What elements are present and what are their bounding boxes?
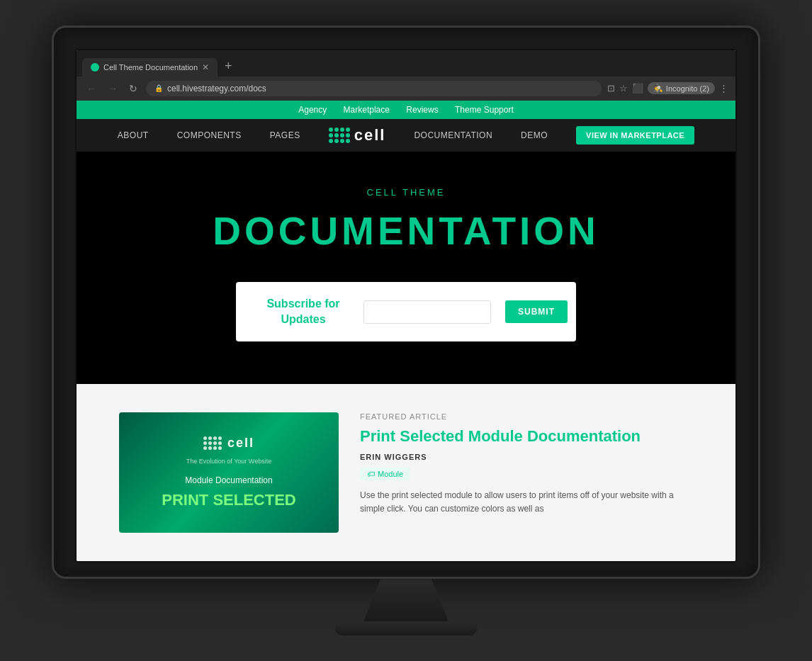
topbar-agency-link[interactable]: Agency <box>298 105 327 115</box>
article-image-logo: cell <box>203 436 254 451</box>
browser-chrome: Cell Theme Documentation ✕ + ← → ↻ 🔒 cel… <box>77 50 735 101</box>
tag-icon: 🏷 <box>367 470 375 478</box>
img-dot-2 <box>208 436 212 440</box>
logo-dot-7 <box>340 133 344 137</box>
active-tab[interactable]: Cell Theme Documentation ✕ <box>82 58 218 77</box>
subscribe-label: Subscribe for Updates <box>257 296 349 328</box>
site-nav: ABOUT COMPONENTS PAGES <box>77 119 735 152</box>
logo-dot-8 <box>346 133 350 137</box>
article-tag: 🏷 Module <box>360 468 410 480</box>
article-image-subtitle: Module Documentation <box>185 475 272 485</box>
incognito-icon: 🕵 <box>653 84 663 93</box>
browser-tabs: Cell Theme Documentation ✕ + <box>77 50 735 77</box>
logo-dot-9 <box>329 139 333 143</box>
monitor-wrapper: Cell Theme Documentation ✕ + ← → ↻ 🔒 cel… <box>52 26 760 636</box>
refresh-button[interactable]: ↻ <box>126 81 140 96</box>
article-category: FEATURED ARTICLE <box>360 412 693 421</box>
logo-dots <box>329 128 350 143</box>
site-content: cell The Evolution of Your Website Modul… <box>77 384 735 561</box>
submit-button[interactable]: SUBMIT <box>505 300 568 323</box>
nav-pages[interactable]: PAGES <box>270 130 300 140</box>
article-image-logo-text: cell <box>227 436 254 451</box>
back-button[interactable]: ← <box>84 81 99 96</box>
img-dot-7 <box>213 441 217 445</box>
img-dot-5 <box>203 441 207 445</box>
nav-documentation[interactable]: DOCUMENTATION <box>414 130 492 140</box>
img-dot-10 <box>208 446 212 450</box>
img-dot-8 <box>218 441 222 445</box>
topbar-reviews-link[interactable]: Reviews <box>406 105 438 115</box>
nav-about[interactable]: ABOUT <box>118 130 149 140</box>
img-dot-4 <box>218 436 222 440</box>
subscribe-box: Subscribe for Updates SUBMIT <box>236 282 576 342</box>
logo-dot-2 <box>334 128 339 132</box>
logo-dot-12 <box>346 139 350 143</box>
img-dot-9 <box>203 446 207 450</box>
nav-demo[interactable]: DEMO <box>521 130 548 140</box>
img-dot-12 <box>218 446 222 450</box>
hero-title: DOCUMENTATION <box>91 208 721 254</box>
address-bar[interactable]: 🔒 cell.hivestrategy.com/docs <box>146 81 602 96</box>
site-logo: cell <box>329 126 386 145</box>
article-title: Print Selected Module Documentation <box>360 426 693 447</box>
topbar-marketplace-link[interactable]: Marketplace <box>344 105 390 115</box>
logo-dot-5 <box>329 133 333 137</box>
topbar-support-link[interactable]: Theme Support <box>455 105 514 115</box>
address-text: cell.hivestrategy.com/docs <box>167 84 266 94</box>
tab-title: Cell Theme Documentation <box>103 63 198 72</box>
new-tab-button[interactable]: + <box>219 56 238 77</box>
img-dot-3 <box>213 436 217 440</box>
menu-icon[interactable]: ⋮ <box>719 83 728 94</box>
tag-label: Module <box>378 470 403 478</box>
monitor-frame: Cell Theme Documentation ✕ + ← → ↻ 🔒 cel… <box>52 26 760 580</box>
logo-dot-11 <box>340 139 344 143</box>
incognito-text: Incognito (2) <box>666 84 709 93</box>
logo-dot-4 <box>346 128 350 132</box>
browser-toolbar: ← → ↻ 🔒 cell.hivestrategy.com/docs ⊡ ☆ ⬛… <box>77 77 735 101</box>
article-info: FEATURED ARTICLE Print Selected Module D… <box>360 412 693 533</box>
featured-article: cell The Evolution of Your Website Modul… <box>119 412 693 533</box>
img-dot-11 <box>213 446 217 450</box>
logo-dot-3 <box>340 128 344 132</box>
monitor-screen: Cell Theme Documentation ✕ + ← → ↻ 🔒 cel… <box>75 49 737 563</box>
subscribe-input[interactable] <box>363 300 491 324</box>
hero-eyebrow: CELL THEME <box>91 187 721 198</box>
img-dot-1 <box>203 436 207 440</box>
browser-actions: ⊡ ☆ ⬛ 🕵 Incognito (2) ⋮ <box>607 82 728 94</box>
monitor-stand <box>363 579 449 621</box>
tab-close-button[interactable]: ✕ <box>202 62 209 72</box>
monitor-base <box>335 621 477 635</box>
forward-button[interactable]: → <box>105 81 120 96</box>
incognito-badge: 🕵 Incognito (2) <box>648 82 715 94</box>
logo-dot-1 <box>329 128 333 132</box>
article-image: cell The Evolution of Your Website Modul… <box>119 412 339 533</box>
tab-favicon-icon <box>91 63 99 72</box>
site-wrapper: Agency Marketplace Reviews Theme Support… <box>77 101 735 562</box>
nav-components[interactable]: COMPONENTS <box>177 130 242 140</box>
article-image-title: Print Selected <box>162 491 295 509</box>
site-hero: CELL THEME DOCUMENTATION Subscribe for U… <box>77 152 735 385</box>
bookmark-icon[interactable]: ☆ <box>619 83 628 94</box>
logo-text: cell <box>354 126 386 145</box>
lock-icon: 🔒 <box>154 84 163 92</box>
article-author: ERIN WIGGERS <box>360 453 693 461</box>
logo-dot-10 <box>334 139 339 143</box>
cast-icon: ⊡ <box>607 83 615 94</box>
site-top-bar: Agency Marketplace Reviews Theme Support <box>77 101 735 119</box>
save-icon[interactable]: ⬛ <box>632 83 643 94</box>
logo-dot-6 <box>334 133 339 137</box>
article-image-dots-grid <box>203 436 222 450</box>
img-dot-6 <box>208 441 212 445</box>
nav-cta-button[interactable]: VIEW IN MARKETPLACE <box>576 126 694 145</box>
article-image-tagline: The Evolution of Your Website <box>186 458 271 465</box>
article-excerpt: Use the print selected module to allow u… <box>360 489 693 516</box>
